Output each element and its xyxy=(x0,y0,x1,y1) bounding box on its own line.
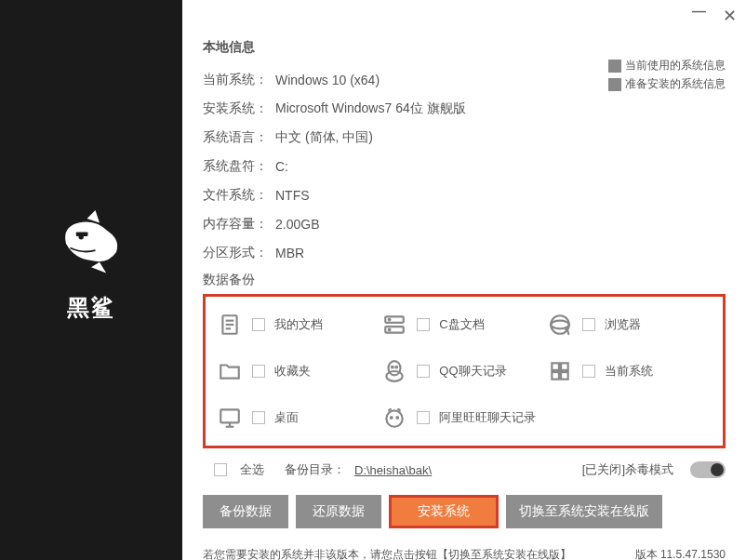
info-value: MBR xyxy=(275,246,304,260)
brand-name: 黑鲨 xyxy=(67,293,115,323)
version-label: 版本 xyxy=(635,548,660,560)
svg-rect-20 xyxy=(220,409,239,422)
hint-suffix: 】 xyxy=(560,548,571,560)
window-controls: — ✕ xyxy=(692,6,737,26)
footer: 若您需要安装的系统并非该版本，请您点击按钮【切换至系统安装在线版】 版本 11.… xyxy=(203,547,726,560)
backup-dir-label: 备份目录： xyxy=(285,461,345,478)
checkbox-browser[interactable] xyxy=(582,318,595,331)
legend: 当前使用的系统信息 准备安装的系统信息 xyxy=(608,58,726,92)
footer-hint: 若您需要安装的系统并非该版本，请您点击按钮【切换至系统安装在线版】 xyxy=(203,547,571,560)
browser-icon xyxy=(547,312,573,338)
svg-point-15 xyxy=(396,367,398,368)
button-row: 备份数据 还原数据 安装系统 切换至系统安装在线版 xyxy=(203,495,726,528)
info-value: Windows 10 (x64) xyxy=(275,73,380,87)
backup-item-browser: 浏览器 xyxy=(547,312,712,338)
svg-rect-17 xyxy=(561,363,568,370)
checkbox-cdisk[interactable] xyxy=(417,318,430,331)
backup-label: 当前系统 xyxy=(605,363,653,380)
backup-label: 我的文档 xyxy=(274,316,323,333)
info-label: 系统盘符： xyxy=(203,158,275,175)
info-value: C: xyxy=(275,159,288,174)
desktop-icon xyxy=(217,405,243,431)
section-title: 本地信息 xyxy=(203,39,726,56)
backup-label: 浏览器 xyxy=(605,316,641,333)
svg-rect-16 xyxy=(552,363,559,370)
svg-point-14 xyxy=(392,367,393,368)
svg-rect-19 xyxy=(561,372,568,380)
checkbox-favorites[interactable] xyxy=(252,365,265,378)
windows-icon xyxy=(547,358,573,384)
options-row: 全选 备份目录： D:\heisha\bak\ [已关闭]杀毒模式 xyxy=(203,461,726,478)
hint-link: 切换至系统安装在线版 xyxy=(448,548,560,560)
svg-point-9 xyxy=(389,329,391,331)
version: 版本 11.5.47.1530 xyxy=(635,547,726,560)
info-label: 当前系统： xyxy=(203,72,275,88)
backup-item-qq: QQ聊天记录 xyxy=(381,358,546,384)
main-panel: — ✕ 本地信息 当前使用的系统信息 准备安装的系统信息 当前系统：Window… xyxy=(182,0,746,560)
backup-label: QQ聊天记录 xyxy=(439,363,506,380)
backup-item-desktop: 桌面 xyxy=(217,405,381,431)
backup-label: C盘文档 xyxy=(439,316,484,333)
svg-rect-18 xyxy=(552,372,559,380)
checkbox-qq[interactable] xyxy=(417,365,430,378)
backup-item-cdisk: C盘文档 xyxy=(381,312,546,338)
svg-point-8 xyxy=(389,319,391,321)
folder-icon xyxy=(217,358,243,384)
legend-prepare-label: 准备安装的系统信息 xyxy=(625,76,726,92)
backup-label: 桌面 xyxy=(274,409,299,426)
svg-point-25 xyxy=(397,417,399,419)
close-button[interactable]: ✕ xyxy=(723,6,737,26)
svg-point-23 xyxy=(387,410,403,426)
qq-icon xyxy=(381,358,407,384)
server-icon xyxy=(381,312,407,338)
checkbox-select-all[interactable] xyxy=(214,463,227,476)
checkbox-desktop[interactable] xyxy=(252,411,265,424)
checkbox-cursys[interactable] xyxy=(582,365,595,378)
document-icon xyxy=(217,312,243,338)
hint-prefix: 若您需要安装的系统并非该版本，请您点击按钮【 xyxy=(203,548,448,560)
select-all-label: 全选 xyxy=(240,461,264,478)
backup-title: 数据备份 xyxy=(203,272,726,288)
info-value: Microsoft Windows7 64位 旗舰版 xyxy=(275,100,466,117)
backup-item-docs: 我的文档 xyxy=(217,312,381,338)
logo: 黑鲨 xyxy=(49,202,133,323)
av-mode-toggle[interactable] xyxy=(690,461,726,478)
info-label: 内存容量： xyxy=(203,216,275,233)
legend-box-icon xyxy=(608,78,621,91)
backup-button[interactable]: 备份数据 xyxy=(203,495,288,528)
av-mode-label: [已关闭]杀毒模式 xyxy=(582,461,673,478)
svg-point-13 xyxy=(387,371,403,381)
legend-current-label: 当前使用的系统信息 xyxy=(625,58,726,73)
svg-rect-1 xyxy=(76,232,88,236)
switch-online-button[interactable]: 切换至系统安装在线版 xyxy=(506,495,662,528)
checkbox-docs[interactable] xyxy=(252,318,265,331)
svg-point-12 xyxy=(389,361,401,375)
backup-grid: 我的文档 C盘文档 浏览器 收藏夹 QQ聊天记录 当前系统 xyxy=(203,294,726,448)
info-label: 系统语言： xyxy=(203,129,275,146)
sidebar: 黑鲨 xyxy=(0,0,182,560)
backup-item-favorites: 收藏夹 xyxy=(217,358,381,384)
svg-point-24 xyxy=(391,417,393,419)
info-label: 安装系统： xyxy=(203,100,275,117)
backup-dir-path[interactable]: D:\heisha\bak\ xyxy=(354,463,432,477)
legend-box-icon xyxy=(608,60,621,73)
backup-item-cursys: 当前系统 xyxy=(547,358,712,384)
backup-item-aliww: 阿里旺旺聊天记录 xyxy=(381,405,546,431)
restore-button[interactable]: 还原数据 xyxy=(296,495,381,528)
legend-current: 当前使用的系统信息 xyxy=(608,58,726,73)
checkbox-aliww[interactable] xyxy=(417,411,430,424)
backup-label: 收藏夹 xyxy=(274,363,311,380)
info-label: 文件系统： xyxy=(203,187,275,204)
backup-label: 阿里旺旺聊天记录 xyxy=(439,409,536,426)
legend-prepare: 准备安装的系统信息 xyxy=(608,76,726,92)
svg-point-11 xyxy=(551,321,569,329)
info-rows: 当前系统：Windows 10 (x64) 安装系统：Microsoft Win… xyxy=(203,65,726,267)
install-button[interactable]: 安装系统 xyxy=(389,495,499,528)
info-value: NTFS xyxy=(275,188,310,203)
info-value: 中文 (简体, 中国) xyxy=(275,129,373,146)
info-label: 分区形式： xyxy=(203,245,275,261)
minimize-button[interactable]: — xyxy=(692,3,706,23)
version-value: 11.5.47.1530 xyxy=(660,548,726,560)
aliww-icon xyxy=(381,405,407,431)
info-value: 2.00GB xyxy=(275,217,319,232)
